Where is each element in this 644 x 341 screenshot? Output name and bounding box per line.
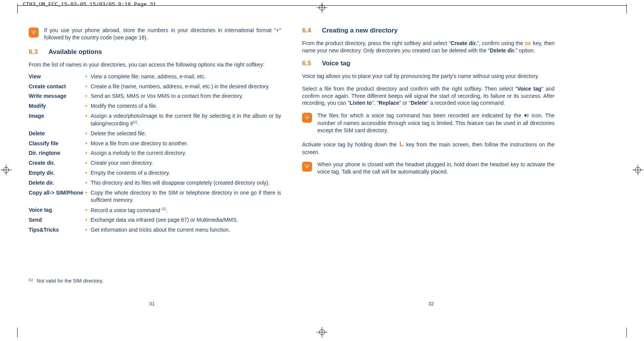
svg-point-12 — [33, 31, 35, 33]
speaker-icon — [524, 112, 529, 120]
option-row: Send•Exchange data via infrared (see pag… — [29, 216, 281, 224]
tip-icon — [302, 162, 312, 172]
option-label: Voice tag — [29, 206, 85, 214]
svg-point-18 — [306, 116, 308, 119]
registration-mark-right — [633, 165, 643, 177]
footnote-mark: (1) — [29, 278, 33, 284]
option-description: Copy the whole directory to the SIM or t… — [91, 189, 281, 204]
paragraph: Activate voice tag by holding down the k… — [302, 141, 555, 156]
option-label: View — [29, 73, 85, 80]
tip-block: If you use your phone abroad, store the … — [29, 27, 281, 41]
option-row: Tips&Tricks•Get information and tricks a… — [29, 226, 281, 234]
bullet-icon: • — [85, 206, 91, 214]
bullet-icon: • — [85, 179, 91, 187]
options-list: View•View a complete file: name, address… — [29, 73, 281, 234]
option-row: Modify•Modify the contents of a file. — [29, 102, 281, 110]
svg-line-16 — [31, 30, 32, 31]
page-left: If you use your phone abroad, store the … — [29, 27, 281, 236]
option-description: Record a voice tag command (1). — [91, 206, 281, 214]
paragraph: From the product directory, press the ri… — [302, 40, 555, 54]
section-intro: From the list of names in your directori… — [29, 61, 281, 68]
svg-line-23 — [309, 115, 310, 116]
option-label: Send — [29, 216, 85, 224]
option-row: Delete•Delete the selected file. — [29, 130, 281, 137]
option-label: Copy all-> SIM/Phone — [29, 189, 85, 204]
footnote-text: Not valid for the SIM directory. — [37, 278, 103, 284]
tip-icon — [302, 113, 312, 123]
option-row: Empty dir.•Empty the contents of a direc… — [29, 169, 281, 177]
svg-point-24 — [306, 165, 308, 167]
option-description: Move a file from one directory to anothe… — [91, 140, 281, 147]
bullet-icon: • — [85, 93, 91, 100]
option-label: Image — [29, 112, 85, 127]
print-header: CTH3_UM_FCC_15-03-05 15/03/05 9:18 Page … — [23, 2, 156, 7]
section-title: Voice tag — [322, 60, 350, 67]
option-label: Delete — [29, 130, 85, 137]
registration-mark-top — [317, 2, 327, 14]
crop-tick — [17, 328, 18, 337]
bullet-icon: • — [85, 159, 91, 167]
option-description: Empty the contents of a directory. — [91, 169, 281, 177]
registration-mark-left — [1, 165, 11, 177]
option-description: Exchange data via infrared (see page 67)… — [91, 216, 281, 224]
bullet-icon: • — [85, 149, 91, 157]
option-description: Assign a melody to the current directory… — [91, 149, 281, 157]
section-number: 6.5 — [302, 60, 311, 67]
section-heading: 6.3 Available options — [29, 48, 281, 56]
bullet-icon: • — [85, 226, 91, 234]
bullet-icon: • — [85, 130, 91, 137]
bullet-icon: • — [85, 189, 91, 204]
paragraph: Select a file from the product directory… — [302, 85, 555, 107]
page-number-left: 31 — [149, 301, 154, 307]
section-number: 6.3 — [29, 48, 38, 56]
page-number-right: 32 — [428, 301, 434, 307]
option-description: Send an SMS, MMS or Vox MMS to a contact… — [91, 93, 281, 100]
option-description: This directory and its files will disapp… — [91, 179, 281, 187]
option-description: Create a file (name, numbers, address, e… — [91, 83, 281, 90]
option-label: Modify — [29, 102, 85, 110]
bullet-icon: • — [85, 216, 91, 224]
option-description: Delete the selected file. — [91, 130, 281, 137]
option-row: Delete dir.•This directory and its files… — [29, 179, 281, 187]
option-row: Write message•Send an SMS, MMS or Vox MM… — [29, 93, 281, 100]
bullet-icon: • — [85, 83, 91, 90]
option-label: Dir. ringtone — [29, 149, 85, 157]
tip-text: If you use your phone abroad, store the … — [44, 27, 281, 41]
option-row: Dir. ringtone•Assign a melody to the cur… — [29, 149, 281, 157]
option-row: View•View a complete file: name, address… — [29, 73, 281, 80]
l-key-icon — [399, 141, 404, 149]
option-description: Get information and tricks about the cur… — [91, 226, 281, 234]
bullet-icon: • — [85, 102, 91, 110]
crop-tick — [626, 4, 627, 13]
tip-icon — [29, 28, 39, 37]
option-row: Voice tag•Record a voice tag command (1)… — [29, 206, 281, 214]
bullet-icon: • — [85, 169, 91, 177]
bullet-icon: • — [85, 140, 91, 147]
option-description: Modify the contents of a file. — [91, 102, 281, 110]
svg-line-28 — [305, 164, 306, 165]
option-row: Classify file•Move a file from one direc… — [29, 140, 281, 147]
svg-line-17 — [36, 30, 36, 31]
option-label: Write message — [29, 93, 85, 100]
footnote: (1) Not valid for the SIM directory. — [29, 278, 103, 284]
crop-tick — [17, 4, 18, 13]
option-label: Create contact — [29, 83, 85, 90]
tip-text: The files for which a voice tag command … — [317, 112, 555, 134]
bullet-icon: • — [85, 73, 91, 80]
tip-block: The files for which a voice tag command … — [302, 112, 555, 134]
option-label: Empty dir. — [29, 169, 85, 177]
section-heading: 6.5 Voice tag — [302, 60, 555, 67]
option-description: View a complete file: name, address, e-m… — [91, 73, 281, 80]
registration-mark-bottom — [317, 327, 327, 339]
option-label: Classify file — [29, 140, 85, 147]
option-row: Image•Assign a video/photo/image to the … — [29, 112, 281, 127]
section-heading: 6.4 Creating a new directory — [302, 27, 555, 34]
tip-text: When your phone is closed with the heads… — [317, 161, 555, 175]
crop-tick — [626, 328, 627, 337]
svg-line-29 — [309, 164, 310, 165]
paragraph: Voice tag allows you to place your call … — [302, 73, 555, 80]
option-label: Create dir. — [29, 159, 85, 167]
svg-line-22 — [305, 115, 306, 116]
option-description: Assign a video/photo/image to the curren… — [91, 112, 281, 127]
option-row: Create dir.•Create your own directory. — [29, 159, 281, 167]
